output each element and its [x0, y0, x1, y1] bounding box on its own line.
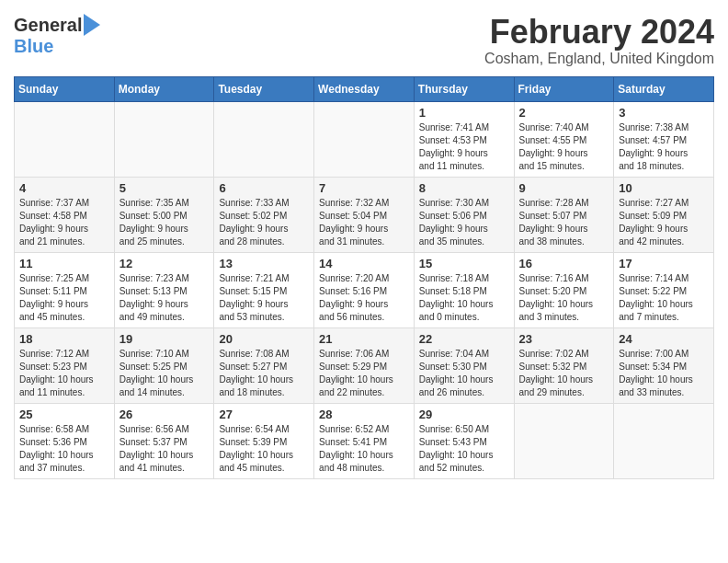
calendar-cell: 23Sunrise: 7:02 AM Sunset: 5:32 PM Dayli… [514, 327, 614, 403]
calendar-header-row: SundayMondayTuesdayWednesdayThursdayFrid… [15, 76, 714, 101]
day-number: 13 [219, 257, 309, 270]
calendar-cell [514, 403, 614, 478]
calendar-cell: 25Sunrise: 6:58 AM Sunset: 5:36 PM Dayli… [15, 403, 115, 478]
day-info: Sunrise: 6:56 AM Sunset: 5:37 PM Dayligh… [119, 423, 210, 475]
day-number: 3 [619, 106, 709, 120]
day-info: Sunrise: 7:33 AM Sunset: 5:02 PM Dayligh… [219, 197, 309, 248]
day-info: Sunrise: 7:06 AM Sunset: 5:29 PM Dayligh… [319, 348, 409, 399]
day-number: 29 [419, 408, 509, 421]
day-info: Sunrise: 7:20 AM Sunset: 5:16 PM Dayligh… [319, 272, 409, 324]
day-info: Sunrise: 7:40 AM Sunset: 4:55 PM Dayligh… [519, 121, 609, 173]
calendar-header: General Blue February 2024 Cosham, Engla… [14, 14, 714, 67]
day-number: 14 [319, 257, 409, 270]
calendar-cell: 13Sunrise: 7:21 AM Sunset: 5:15 PM Dayli… [214, 252, 314, 327]
day-info: Sunrise: 7:38 AM Sunset: 4:57 PM Dayligh… [619, 121, 709, 173]
day-number: 22 [419, 332, 509, 346]
day-info: Sunrise: 7:35 AM Sunset: 5:00 PM Dayligh… [119, 197, 210, 248]
day-info: Sunrise: 7:10 AM Sunset: 5:25 PM Dayligh… [119, 348, 210, 399]
month-title: February 2024 [484, 14, 714, 51]
calendar-cell: 27Sunrise: 6:54 AM Sunset: 5:39 PM Dayli… [214, 403, 314, 478]
day-info: Sunrise: 7:23 AM Sunset: 5:13 PM Dayligh… [119, 272, 210, 324]
logo: General Blue [14, 14, 100, 57]
weekday-header-monday: Monday [114, 76, 214, 101]
day-number: 2 [519, 106, 609, 120]
calendar-cell [614, 403, 714, 478]
day-number: 18 [19, 332, 109, 346]
day-number: 1 [419, 106, 509, 120]
calendar-cell: 5Sunrise: 7:35 AM Sunset: 5:00 PM Daylig… [114, 177, 214, 252]
day-number: 10 [619, 181, 709, 195]
day-number: 23 [519, 332, 609, 346]
day-number: 15 [419, 257, 509, 270]
day-info: Sunrise: 6:50 AM Sunset: 5:43 PM Dayligh… [419, 423, 509, 475]
weekday-header-sunday: Sunday [15, 76, 115, 101]
day-info: Sunrise: 7:37 AM Sunset: 4:58 PM Dayligh… [19, 197, 109, 248]
calendar-cell: 4Sunrise: 7:37 AM Sunset: 4:58 PM Daylig… [15, 177, 115, 252]
calendar-cell: 22Sunrise: 7:04 AM Sunset: 5:30 PM Dayli… [414, 327, 514, 403]
day-number: 19 [119, 332, 210, 346]
calendar-cell: 1Sunrise: 7:41 AM Sunset: 4:53 PM Daylig… [414, 101, 514, 177]
day-number: 28 [319, 408, 409, 421]
calendar-week-row: 25Sunrise: 6:58 AM Sunset: 5:36 PM Dayli… [15, 403, 714, 478]
day-number: 17 [619, 257, 709, 270]
day-info: Sunrise: 7:41 AM Sunset: 4:53 PM Dayligh… [419, 121, 509, 173]
weekday-header-saturday: Saturday [614, 76, 714, 101]
calendar-cell [314, 101, 415, 177]
calendar-week-row: 18Sunrise: 7:12 AM Sunset: 5:23 PM Dayli… [15, 327, 714, 403]
calendar-cell: 17Sunrise: 7:14 AM Sunset: 5:22 PM Dayli… [614, 252, 714, 327]
day-number: 16 [519, 257, 609, 270]
day-info: Sunrise: 6:58 AM Sunset: 5:36 PM Dayligh… [19, 423, 109, 475]
day-number: 6 [219, 181, 309, 195]
calendar-cell: 11Sunrise: 7:25 AM Sunset: 5:11 PM Dayli… [15, 252, 115, 327]
day-number: 12 [119, 257, 210, 270]
calendar-cell: 9Sunrise: 7:28 AM Sunset: 5:07 PM Daylig… [514, 177, 614, 252]
logo-general: General [14, 15, 82, 36]
day-info: Sunrise: 7:08 AM Sunset: 5:27 PM Dayligh… [219, 348, 309, 399]
day-number: 20 [219, 332, 309, 346]
calendar-cell: 2Sunrise: 7:40 AM Sunset: 4:55 PM Daylig… [514, 101, 614, 177]
calendar-cell: 7Sunrise: 7:32 AM Sunset: 5:04 PM Daylig… [314, 177, 415, 252]
day-number: 24 [619, 332, 709, 346]
title-area: February 2024 Cosham, England, United Ki… [484, 14, 714, 67]
calendar-cell: 26Sunrise: 6:56 AM Sunset: 5:37 PM Dayli… [114, 403, 214, 478]
calendar-cell: 8Sunrise: 7:30 AM Sunset: 5:06 PM Daylig… [414, 177, 514, 252]
day-info: Sunrise: 7:02 AM Sunset: 5:32 PM Dayligh… [519, 348, 609, 399]
logo-blue: Blue [14, 36, 53, 57]
calendar-cell: 16Sunrise: 7:16 AM Sunset: 5:20 PM Dayli… [514, 252, 614, 327]
day-number: 9 [519, 181, 609, 195]
day-info: Sunrise: 7:04 AM Sunset: 5:30 PM Dayligh… [419, 348, 509, 399]
calendar-cell: 18Sunrise: 7:12 AM Sunset: 5:23 PM Dayli… [15, 327, 115, 403]
day-info: Sunrise: 7:30 AM Sunset: 5:06 PM Dayligh… [419, 197, 509, 248]
weekday-header-tuesday: Tuesday [214, 76, 314, 101]
calendar-cell: 15Sunrise: 7:18 AM Sunset: 5:18 PM Dayli… [414, 252, 514, 327]
day-info: Sunrise: 6:52 AM Sunset: 5:41 PM Dayligh… [319, 423, 409, 475]
calendar-cell: 24Sunrise: 7:00 AM Sunset: 5:34 PM Dayli… [614, 327, 714, 403]
day-number: 7 [319, 181, 409, 195]
day-info: Sunrise: 7:18 AM Sunset: 5:18 PM Dayligh… [419, 272, 509, 324]
calendar-body: 1Sunrise: 7:41 AM Sunset: 4:53 PM Daylig… [15, 101, 714, 478]
location-title: Cosham, England, United Kingdom [484, 51, 714, 67]
day-info: Sunrise: 7:32 AM Sunset: 5:04 PM Dayligh… [319, 197, 409, 248]
day-number: 4 [19, 181, 109, 195]
weekday-header-wednesday: Wednesday [314, 76, 415, 101]
calendar-cell: 3Sunrise: 7:38 AM Sunset: 4:57 PM Daylig… [614, 101, 714, 177]
weekday-header-friday: Friday [514, 76, 614, 101]
day-info: Sunrise: 7:25 AM Sunset: 5:11 PM Dayligh… [19, 272, 109, 324]
calendar-cell: 21Sunrise: 7:06 AM Sunset: 5:29 PM Dayli… [314, 327, 415, 403]
day-info: Sunrise: 6:54 AM Sunset: 5:39 PM Dayligh… [219, 423, 309, 475]
day-number: 11 [19, 257, 109, 270]
day-info: Sunrise: 7:14 AM Sunset: 5:22 PM Dayligh… [619, 272, 709, 324]
logo-arrow-icon [84, 14, 100, 36]
calendar-cell [15, 101, 115, 177]
calendar-cell [114, 101, 214, 177]
calendar-cell: 12Sunrise: 7:23 AM Sunset: 5:13 PM Dayli… [114, 252, 214, 327]
weekday-header-thursday: Thursday [414, 76, 514, 101]
day-number: 26 [119, 408, 210, 421]
calendar-week-row: 4Sunrise: 7:37 AM Sunset: 4:58 PM Daylig… [15, 177, 714, 252]
day-number: 27 [219, 408, 309, 421]
calendar-cell: 10Sunrise: 7:27 AM Sunset: 5:09 PM Dayli… [614, 177, 714, 252]
day-number: 5 [119, 181, 210, 195]
day-info: Sunrise: 7:12 AM Sunset: 5:23 PM Dayligh… [19, 348, 109, 399]
day-info: Sunrise: 7:16 AM Sunset: 5:20 PM Dayligh… [519, 272, 609, 324]
calendar-cell: 6Sunrise: 7:33 AM Sunset: 5:02 PM Daylig… [214, 177, 314, 252]
